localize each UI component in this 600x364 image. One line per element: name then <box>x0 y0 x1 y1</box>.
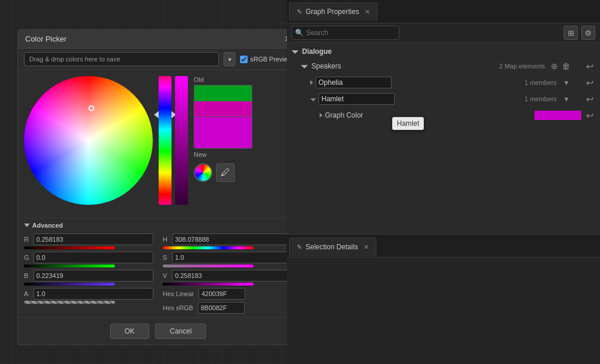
s-channel: S <box>163 252 292 267</box>
g-slider[interactable] <box>24 265 115 267</box>
hex-srgb-label: Hex sRGB <box>163 304 193 311</box>
dialogue-label: Dialogue <box>302 47 332 56</box>
a-label: A <box>24 290 31 297</box>
g-channel: G <box>24 252 153 267</box>
color-picker-panel: Color Picker ✕ Drag & drop colors here t… <box>18 29 299 345</box>
channels-grid: R G B <box>24 233 292 314</box>
a-slider[interactable] <box>24 301 115 304</box>
selection-details-tab[interactable]: ✎ Selection Details ✕ <box>289 238 376 256</box>
vertical-sliders <box>159 76 188 212</box>
settings-button[interactable]: ⚙ <box>581 26 595 40</box>
graph-color-row: Graph Color ↩ <box>287 107 600 123</box>
hsv-channels: H S V <box>163 233 292 314</box>
graph-properties-tab-label: Graph Properties <box>306 8 359 16</box>
edit-icon: ✎ <box>297 8 302 16</box>
b-channel: B <box>24 270 153 286</box>
value-slider[interactable] <box>175 76 188 205</box>
search-input[interactable] <box>292 26 399 40</box>
dialogue-arrow-icon <box>292 50 299 54</box>
color-picker-title: Color Picker <box>25 35 67 43</box>
speakers-row: Speakers 2 Map elements ⊕ 🗑 ↩ <box>287 58 600 74</box>
selection-details-content <box>287 257 600 364</box>
r-slider[interactable] <box>24 246 115 249</box>
h-slider[interactable] <box>163 246 253 249</box>
v-label: V <box>163 272 170 279</box>
selection-details-tab-close-icon[interactable]: ✕ <box>364 243 369 251</box>
r-input[interactable] <box>33 233 153 245</box>
hamlet-name-input[interactable] <box>318 93 395 105</box>
cancel-button[interactable]: Cancel <box>155 324 206 339</box>
graph-color-arrow-icon[interactable] <box>320 113 323 118</box>
dialogue-section-header[interactable]: Dialogue <box>287 45 600 58</box>
eyedropper-button[interactable]: 🖊 <box>216 163 235 182</box>
new-label: New <box>194 151 252 158</box>
ophelia-arrow-icon[interactable] <box>310 80 313 85</box>
hex-linear-input[interactable] <box>198 288 245 300</box>
h-label: H <box>163 236 170 243</box>
hamlet-arrow-icon[interactable] <box>310 98 316 101</box>
delete-speaker-button[interactable]: 🗑 <box>560 60 572 72</box>
s-input[interactable] <box>172 252 292 263</box>
search-container: 🔍 <box>292 26 560 40</box>
hex-linear-label: Hex Linear <box>163 290 194 297</box>
slider-arrow-left <box>154 111 159 118</box>
selection-details-panel: ✎ Selection Details ✕ <box>287 235 600 364</box>
hamlet-tooltip: Hamlet <box>392 117 424 130</box>
ophelia-count: 1 members <box>524 79 557 86</box>
srgb-checkbox[interactable] <box>240 56 248 63</box>
graph-properties-toolbar: 🔍 ⊞ ⚙ <box>287 23 600 43</box>
advanced-arrow-icon <box>24 224 30 227</box>
ok-button[interactable]: OK <box>110 324 149 339</box>
a-input[interactable] <box>33 288 153 300</box>
advanced-header[interactable]: Advanced <box>24 222 292 229</box>
color-wheel-button[interactable] <box>194 163 212 182</box>
hue-slider[interactable] <box>159 76 172 205</box>
v-slider[interactable] <box>163 283 253 286</box>
advanced-section: Advanced R G <box>18 218 298 317</box>
hex-srgb-input[interactable] <box>198 302 245 314</box>
grid-view-button[interactable]: ⊞ <box>564 26 578 40</box>
graph-color-swatch[interactable] <box>534 111 581 120</box>
a-channel: A <box>24 288 153 304</box>
b-label: B <box>24 272 31 279</box>
revert-hamlet-button[interactable]: ↩ <box>584 93 595 105</box>
s-slider[interactable] <box>163 265 253 267</box>
cp-action-buttons: OK Cancel <box>18 317 298 345</box>
graph-properties-tab-bar: ✎ Graph Properties ✕ <box>287 0 600 23</box>
b-slider[interactable] <box>24 283 115 286</box>
h-input[interactable] <box>172 233 292 245</box>
rgba-channels: R G B <box>24 233 153 314</box>
color-picker-toolbar: Drag & drop colors here to save ▾ sRGB P… <box>18 49 298 70</box>
graph-properties-tab[interactable]: ✎ Graph Properties ✕ <box>289 2 378 21</box>
g-input[interactable] <box>33 252 153 263</box>
revert-graph-color-button[interactable]: ↩ <box>584 109 595 121</box>
graph-color-label: Graph Color <box>325 111 363 119</box>
srgb-preview-label[interactable]: sRGB Preview <box>240 56 292 63</box>
revert-speakers-button[interactable]: ↩ <box>584 60 595 72</box>
hex-srgb-row: Hex sRGB <box>163 302 292 314</box>
ophelia-row: 1 members ▾ ↩ <box>287 74 600 91</box>
revert-ophelia-button[interactable]: ↩ <box>584 77 595 88</box>
dropdown-arrow-icon[interactable]: ▾ <box>224 52 235 66</box>
wheel-cursor <box>88 105 94 111</box>
eyedropper-icon: 🖊 <box>221 167 230 178</box>
speakers-arrow-icon[interactable] <box>301 65 308 68</box>
hamlet-row: 1 members ▾ ↩ <box>287 91 600 107</box>
b-input[interactable] <box>33 270 153 281</box>
add-speaker-button[interactable]: ⊕ <box>548 60 560 72</box>
s-label: S <box>163 254 170 261</box>
color-wheel-container[interactable] <box>24 76 153 205</box>
selection-edit-icon: ✎ <box>297 243 302 251</box>
color-wheel[interactable] <box>24 76 153 205</box>
v-input[interactable] <box>172 270 292 281</box>
r-label: R <box>24 236 31 243</box>
drag-drop-area[interactable]: Drag & drop colors here to save <box>24 52 219 66</box>
h-channel: H <box>163 233 292 249</box>
graph-properties-tab-close-icon[interactable]: ✕ <box>365 8 370 16</box>
hamlet-expand-button[interactable]: ▾ <box>560 93 572 105</box>
v-channel: V <box>163 270 292 286</box>
hamlet-count: 1 members <box>524 95 557 102</box>
color-preview: Old New 🖊 <box>194 76 252 212</box>
ophelia-expand-button[interactable]: ▾ <box>560 77 572 88</box>
ophelia-name-input[interactable] <box>316 77 392 88</box>
